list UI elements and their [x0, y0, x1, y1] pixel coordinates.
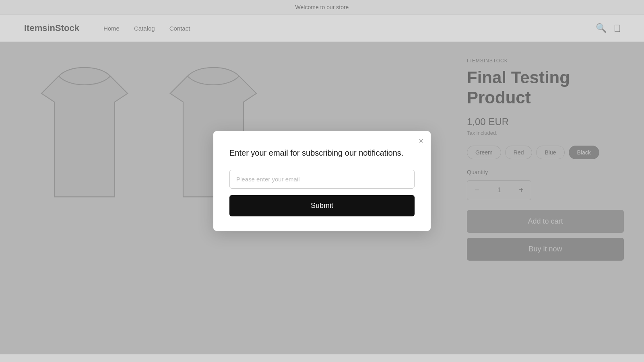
modal-close-button[interactable]: × — [419, 137, 423, 145]
modal: × Enter your email for subscribing our n… — [213, 131, 431, 231]
modal-title: Enter your email for subscribing our not… — [229, 147, 415, 158]
modal-overlay[interactable]: × Enter your email for subscribing our n… — [0, 0, 644, 362]
email-input[interactable] — [229, 170, 415, 189]
submit-button[interactable]: Submit — [229, 195, 415, 216]
